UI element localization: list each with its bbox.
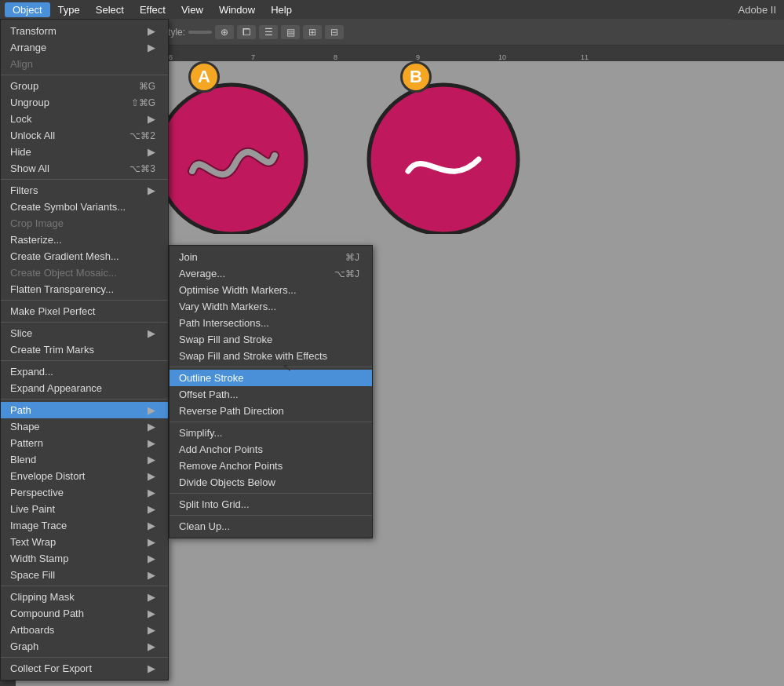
menu-width-stamp[interactable]: Width Stamp ▶ bbox=[1, 550, 168, 567]
path-average[interactable]: Average... ⌥⌘J bbox=[170, 265, 372, 282]
menu-image-trace[interactable]: Image Trace ▶ bbox=[1, 517, 168, 534]
menu-hide[interactable]: Hide ▶ bbox=[1, 144, 168, 160]
menu-pixel-perfect[interactable]: Make Pixel Perfect bbox=[1, 303, 168, 319]
svg-point-0 bbox=[157, 85, 306, 234]
menu-path[interactable]: Path ▶ bbox=[1, 402, 168, 418]
path-remove-anchor-points[interactable]: Remove Anchor Points bbox=[170, 458, 372, 474]
menu-text-wrap[interactable]: Text Wrap ▶ bbox=[1, 534, 168, 550]
arrow-image-trace: ▶ bbox=[148, 520, 155, 531]
menu-artboards[interactable]: Artboards ▶ bbox=[1, 622, 168, 638]
menu-group[interactable]: Group ⌘G bbox=[1, 78, 168, 94]
arrow-perspective: ▶ bbox=[148, 487, 155, 498]
sep-3 bbox=[1, 300, 168, 301]
path-clean-up[interactable]: Clean Up... bbox=[170, 518, 372, 535]
path-offset-path[interactable]: Offset Path... bbox=[170, 386, 372, 403]
menu-slice[interactable]: Slice ▶ bbox=[1, 325, 168, 341]
path-simplify[interactable]: Simplify... bbox=[170, 425, 372, 441]
arrow-artboards: ▶ bbox=[148, 624, 155, 636]
arrow-width-stamp: ▶ bbox=[148, 553, 155, 564]
ruler-mark-6: 6 bbox=[169, 53, 173, 61]
arrow-pattern: ▶ bbox=[148, 437, 155, 449]
menu-blend[interactable]: Blend ▶ bbox=[1, 451, 168, 468]
path-swap-fill-stroke[interactable]: Swap Fill and Stroke bbox=[170, 331, 372, 348]
arrow-path: ▶ bbox=[148, 404, 155, 416]
menu-window[interactable]: Window bbox=[211, 2, 263, 17]
menu-clipping-mask[interactable]: Clipping Mask ▶ bbox=[1, 589, 168, 605]
menu-lock[interactable]: Lock ▶ bbox=[1, 111, 168, 127]
menu-create-symbol-variants[interactable]: Create Symbol Variants... bbox=[1, 199, 168, 215]
path-divide-objects-below[interactable]: Divide Objects Below bbox=[170, 474, 372, 491]
menu-help[interactable]: Help bbox=[263, 2, 300, 17]
menu-arrange[interactable]: Arrange ▶ bbox=[1, 39, 168, 56]
menu-rasterize[interactable]: Rasterize... bbox=[1, 232, 168, 248]
path-outline-stroke[interactable]: Outline Stroke bbox=[170, 370, 372, 386]
arrow-shape: ▶ bbox=[148, 421, 155, 432]
menu-crop-image: Crop Image bbox=[1, 215, 168, 232]
toolbar-icon-1[interactable]: ⊕ bbox=[215, 25, 234, 39]
menu-envelope-distort[interactable]: Envelope Distort ▶ bbox=[1, 468, 168, 484]
arrow-compound: ▶ bbox=[148, 608, 155, 619]
arrow-lock: ▶ bbox=[148, 113, 155, 125]
path-join[interactable]: Join ⌘J bbox=[170, 249, 372, 265]
circle-b-group: B bbox=[361, 69, 526, 236]
menu-pattern[interactable]: Pattern ▶ bbox=[1, 435, 168, 451]
menu-expand[interactable]: Expand... bbox=[1, 363, 168, 380]
menu-collect-export[interactable]: Collect For Export ▶ bbox=[1, 660, 168, 677]
style-selector[interactable] bbox=[188, 31, 212, 34]
toolbar-icon-3[interactable]: ☰ bbox=[259, 25, 278, 39]
circle-a-svg bbox=[149, 69, 314, 234]
ruler-mark-9: 9 bbox=[416, 53, 420, 61]
menu-shape[interactable]: Shape ▶ bbox=[1, 418, 168, 435]
path-intersections[interactable]: Path Intersections... bbox=[170, 315, 372, 331]
menu-view[interactable]: View bbox=[173, 2, 211, 17]
menu-perspective[interactable]: Perspective ▶ bbox=[1, 484, 168, 501]
path-submenu: Join ⌘J Average... ⌥⌘J Optimise Width Ma… bbox=[169, 245, 373, 538]
menu-expand-appearance[interactable]: Expand Appearance bbox=[1, 380, 168, 396]
menu-unlock-all[interactable]: Unlock All ⌥⌘2 bbox=[1, 127, 168, 144]
toolbar-icon-5[interactable]: ⊞ bbox=[303, 25, 322, 39]
menu-ungroup[interactable]: Ungroup ⇧⌘G bbox=[1, 94, 168, 111]
sep-8 bbox=[1, 657, 168, 658]
menu-show-all[interactable]: Show All ⌥⌘3 bbox=[1, 160, 168, 177]
path-add-anchor-points[interactable]: Add Anchor Points bbox=[170, 441, 372, 458]
arrow-space-fill: ▶ bbox=[148, 569, 155, 581]
menu-compound-path[interactable]: Compound Path ▶ bbox=[1, 605, 168, 622]
menu-live-paint[interactable]: Live Paint ▶ bbox=[1, 501, 168, 517]
menu-flatten-transparency[interactable]: Flatten Transparency... bbox=[1, 281, 168, 297]
menu-type[interactable]: Type bbox=[50, 2, 88, 17]
arrow-filters: ▶ bbox=[148, 184, 155, 196]
path-reverse-direction[interactable]: Reverse Path Direction bbox=[170, 403, 372, 419]
path-optimise-width-markers[interactable]: Optimise Width Markers... bbox=[170, 282, 372, 298]
menu-select[interactable]: Select bbox=[88, 2, 132, 17]
menu-align: Align bbox=[1, 56, 168, 72]
path-vary-width-markers[interactable]: Vary Width Markers... bbox=[170, 298, 372, 315]
menu-gradient-mesh[interactable]: Create Gradient Mesh... bbox=[1, 248, 168, 265]
dropdown-container: Transform ▶ Arrange ▶ Align Group ⌘G Ung… bbox=[0, 19, 169, 681]
arrow-live-paint: ▶ bbox=[148, 503, 155, 515]
menu-graph[interactable]: Graph ▶ bbox=[1, 638, 168, 655]
sub-sep-4 bbox=[170, 515, 372, 516]
toolbar-icon-2[interactable]: ⧠ bbox=[237, 25, 256, 39]
path-swap-fill-stroke-effects[interactable]: Swap Fill and Stroke with Effects bbox=[170, 348, 372, 364]
toolbar-icon-4[interactable]: ▤ bbox=[281, 25, 300, 39]
menu-transform[interactable]: Transform ▶ bbox=[1, 23, 168, 39]
menu-effect[interactable]: Effect bbox=[132, 2, 173, 17]
sep-2 bbox=[1, 179, 168, 180]
menu-filters[interactable]: Filters ▶ bbox=[1, 182, 168, 199]
svg-point-1 bbox=[369, 85, 518, 234]
sub-sep-1 bbox=[170, 367, 372, 367]
ruler-mark-10: 10 bbox=[498, 53, 506, 61]
menu-space-fill[interactable]: Space Fill ▶ bbox=[1, 567, 168, 583]
sep-5 bbox=[1, 360, 168, 361]
menu-object[interactable]: Object bbox=[5, 2, 50, 17]
sub-sep-2 bbox=[170, 421, 372, 422]
ruler-mark-7: 7 bbox=[251, 53, 255, 61]
toolbar-icon-6[interactable]: ⊟ bbox=[325, 25, 344, 39]
label-b: B bbox=[400, 61, 432, 93]
menu-trim-marks[interactable]: Create Trim Marks bbox=[1, 341, 168, 358]
main-menu: Transform ▶ Arrange ▶ Align Group ⌘G Ung… bbox=[0, 19, 169, 681]
sub-sep-3 bbox=[170, 493, 372, 494]
arrow-transform: ▶ bbox=[148, 25, 155, 37]
menu-object-mosaic: Create Object Mosaic... bbox=[1, 265, 168, 281]
path-split-into-grid[interactable]: Split Into Grid... bbox=[170, 496, 372, 513]
